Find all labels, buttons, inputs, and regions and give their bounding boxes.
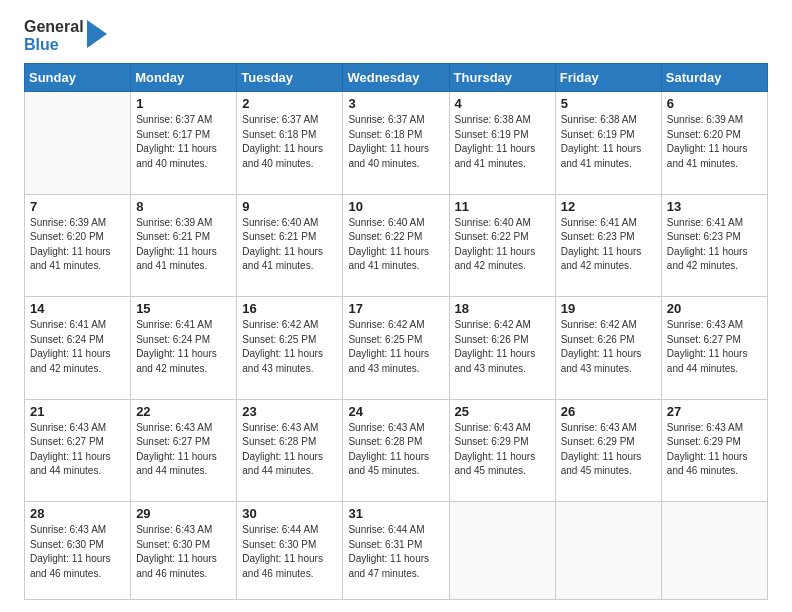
day-info: Sunrise: 6:43 AM Sunset: 6:27 PM Dayligh… <box>136 421 231 479</box>
header: General Blue <box>24 18 768 53</box>
day-info: Sunrise: 6:43 AM Sunset: 6:29 PM Dayligh… <box>561 421 656 479</box>
calendar-cell: 26Sunrise: 6:43 AM Sunset: 6:29 PM Dayli… <box>555 399 661 501</box>
day-info: Sunrise: 6:37 AM Sunset: 6:18 PM Dayligh… <box>242 113 337 171</box>
day-info: Sunrise: 6:43 AM Sunset: 6:29 PM Dayligh… <box>455 421 550 479</box>
calendar-cell: 30Sunrise: 6:44 AM Sunset: 6:30 PM Dayli… <box>237 502 343 600</box>
calendar-cell <box>661 502 767 600</box>
calendar-cell: 22Sunrise: 6:43 AM Sunset: 6:27 PM Dayli… <box>131 399 237 501</box>
col-header-thursday: Thursday <box>449 64 555 92</box>
day-number: 8 <box>136 199 231 214</box>
calendar-cell: 3Sunrise: 6:37 AM Sunset: 6:18 PM Daylig… <box>343 92 449 194</box>
calendar-cell: 20Sunrise: 6:43 AM Sunset: 6:27 PM Dayli… <box>661 297 767 399</box>
calendar-cell: 19Sunrise: 6:42 AM Sunset: 6:26 PM Dayli… <box>555 297 661 399</box>
day-info: Sunrise: 6:43 AM Sunset: 6:27 PM Dayligh… <box>667 318 762 376</box>
calendar-cell: 6Sunrise: 6:39 AM Sunset: 6:20 PM Daylig… <box>661 92 767 194</box>
calendar-cell: 4Sunrise: 6:38 AM Sunset: 6:19 PM Daylig… <box>449 92 555 194</box>
day-info: Sunrise: 6:41 AM Sunset: 6:23 PM Dayligh… <box>667 216 762 274</box>
day-info: Sunrise: 6:38 AM Sunset: 6:19 PM Dayligh… <box>455 113 550 171</box>
day-info: Sunrise: 6:42 AM Sunset: 6:26 PM Dayligh… <box>561 318 656 376</box>
day-info: Sunrise: 6:43 AM Sunset: 6:27 PM Dayligh… <box>30 421 125 479</box>
day-number: 10 <box>348 199 443 214</box>
day-number: 5 <box>561 96 656 111</box>
day-info: Sunrise: 6:39 AM Sunset: 6:20 PM Dayligh… <box>30 216 125 274</box>
day-number: 26 <box>561 404 656 419</box>
col-header-tuesday: Tuesday <box>237 64 343 92</box>
day-info: Sunrise: 6:42 AM Sunset: 6:25 PM Dayligh… <box>348 318 443 376</box>
day-info: Sunrise: 6:41 AM Sunset: 6:23 PM Dayligh… <box>561 216 656 274</box>
day-number: 19 <box>561 301 656 316</box>
calendar-cell <box>25 92 131 194</box>
col-header-monday: Monday <box>131 64 237 92</box>
logo: General Blue <box>24 18 107 53</box>
day-number: 13 <box>667 199 762 214</box>
day-number: 12 <box>561 199 656 214</box>
logo-chevron-icon <box>87 20 107 52</box>
calendar-cell <box>555 502 661 600</box>
col-header-wednesday: Wednesday <box>343 64 449 92</box>
calendar-cell: 28Sunrise: 6:43 AM Sunset: 6:30 PM Dayli… <box>25 502 131 600</box>
day-info: Sunrise: 6:37 AM Sunset: 6:18 PM Dayligh… <box>348 113 443 171</box>
day-number: 17 <box>348 301 443 316</box>
day-info: Sunrise: 6:43 AM Sunset: 6:28 PM Dayligh… <box>348 421 443 479</box>
col-header-friday: Friday <box>555 64 661 92</box>
day-info: Sunrise: 6:42 AM Sunset: 6:26 PM Dayligh… <box>455 318 550 376</box>
calendar-cell: 21Sunrise: 6:43 AM Sunset: 6:27 PM Dayli… <box>25 399 131 501</box>
calendar-cell: 18Sunrise: 6:42 AM Sunset: 6:26 PM Dayli… <box>449 297 555 399</box>
day-number: 29 <box>136 506 231 521</box>
col-header-sunday: Sunday <box>25 64 131 92</box>
calendar-cell: 14Sunrise: 6:41 AM Sunset: 6:24 PM Dayli… <box>25 297 131 399</box>
day-info: Sunrise: 6:43 AM Sunset: 6:30 PM Dayligh… <box>30 523 125 581</box>
day-number: 3 <box>348 96 443 111</box>
calendar-cell: 24Sunrise: 6:43 AM Sunset: 6:28 PM Dayli… <box>343 399 449 501</box>
calendar-cell: 11Sunrise: 6:40 AM Sunset: 6:22 PM Dayli… <box>449 194 555 296</box>
day-number: 2 <box>242 96 337 111</box>
day-number: 24 <box>348 404 443 419</box>
day-info: Sunrise: 6:42 AM Sunset: 6:25 PM Dayligh… <box>242 318 337 376</box>
day-number: 15 <box>136 301 231 316</box>
calendar-cell: 29Sunrise: 6:43 AM Sunset: 6:30 PM Dayli… <box>131 502 237 600</box>
calendar-cell: 23Sunrise: 6:43 AM Sunset: 6:28 PM Dayli… <box>237 399 343 501</box>
logo-blue: Blue <box>24 36 84 54</box>
calendar-cell: 17Sunrise: 6:42 AM Sunset: 6:25 PM Dayli… <box>343 297 449 399</box>
day-number: 1 <box>136 96 231 111</box>
logo-wordmark: General Blue <box>24 18 107 53</box>
calendar-cell: 10Sunrise: 6:40 AM Sunset: 6:22 PM Dayli… <box>343 194 449 296</box>
calendar-cell: 15Sunrise: 6:41 AM Sunset: 6:24 PM Dayli… <box>131 297 237 399</box>
day-number: 18 <box>455 301 550 316</box>
day-info: Sunrise: 6:39 AM Sunset: 6:20 PM Dayligh… <box>667 113 762 171</box>
day-info: Sunrise: 6:39 AM Sunset: 6:21 PM Dayligh… <box>136 216 231 274</box>
calendar-cell: 12Sunrise: 6:41 AM Sunset: 6:23 PM Dayli… <box>555 194 661 296</box>
calendar-table: SundayMondayTuesdayWednesdayThursdayFrid… <box>24 63 768 600</box>
calendar-cell: 7Sunrise: 6:39 AM Sunset: 6:20 PM Daylig… <box>25 194 131 296</box>
calendar-cell: 8Sunrise: 6:39 AM Sunset: 6:21 PM Daylig… <box>131 194 237 296</box>
calendar-cell: 27Sunrise: 6:43 AM Sunset: 6:29 PM Dayli… <box>661 399 767 501</box>
day-number: 11 <box>455 199 550 214</box>
day-number: 7 <box>30 199 125 214</box>
day-info: Sunrise: 6:37 AM Sunset: 6:17 PM Dayligh… <box>136 113 231 171</box>
day-number: 23 <box>242 404 337 419</box>
day-number: 20 <box>667 301 762 316</box>
day-number: 30 <box>242 506 337 521</box>
day-number: 22 <box>136 404 231 419</box>
calendar-cell: 1Sunrise: 6:37 AM Sunset: 6:17 PM Daylig… <box>131 92 237 194</box>
svg-marker-0 <box>87 20 107 48</box>
logo-general: General <box>24 18 84 36</box>
day-info: Sunrise: 6:40 AM Sunset: 6:22 PM Dayligh… <box>455 216 550 274</box>
day-number: 28 <box>30 506 125 521</box>
day-number: 6 <box>667 96 762 111</box>
calendar-cell: 25Sunrise: 6:43 AM Sunset: 6:29 PM Dayli… <box>449 399 555 501</box>
day-info: Sunrise: 6:43 AM Sunset: 6:29 PM Dayligh… <box>667 421 762 479</box>
day-info: Sunrise: 6:41 AM Sunset: 6:24 PM Dayligh… <box>30 318 125 376</box>
day-info: Sunrise: 6:40 AM Sunset: 6:22 PM Dayligh… <box>348 216 443 274</box>
day-number: 27 <box>667 404 762 419</box>
day-number: 4 <box>455 96 550 111</box>
day-info: Sunrise: 6:41 AM Sunset: 6:24 PM Dayligh… <box>136 318 231 376</box>
day-info: Sunrise: 6:40 AM Sunset: 6:21 PM Dayligh… <box>242 216 337 274</box>
day-info: Sunrise: 6:43 AM Sunset: 6:30 PM Dayligh… <box>136 523 231 581</box>
calendar-cell <box>449 502 555 600</box>
day-number: 14 <box>30 301 125 316</box>
page: General Blue SundayMondayTuesdayWednesda… <box>0 0 792 612</box>
calendar-cell: 9Sunrise: 6:40 AM Sunset: 6:21 PM Daylig… <box>237 194 343 296</box>
day-number: 31 <box>348 506 443 521</box>
col-header-saturday: Saturday <box>661 64 767 92</box>
